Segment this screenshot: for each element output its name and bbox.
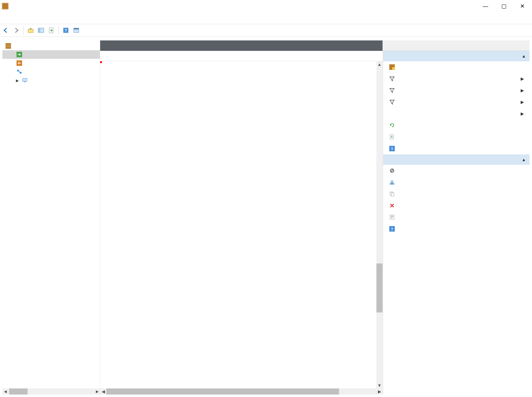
svg-rect-16 xyxy=(24,82,25,82)
action-cut[interactable] xyxy=(383,176,530,188)
scroll-right-icon[interactable]: ▶ xyxy=(376,388,383,395)
show-hide-tree-button[interactable] xyxy=(36,26,46,35)
action-filter-state[interactable]: ▶ xyxy=(383,85,530,96)
left-hscroll-thumb[interactable] xyxy=(9,388,28,395)
svg-text:?: ? xyxy=(391,227,393,231)
toolbar: ? xyxy=(0,24,532,37)
action-filter-profile[interactable]: ▶ xyxy=(383,73,530,85)
filter-icon xyxy=(389,87,395,94)
cut-icon xyxy=(389,179,395,186)
grid-header[interactable] xyxy=(100,51,383,61)
action-new-rule[interactable] xyxy=(383,61,530,73)
refresh-icon xyxy=(389,122,395,129)
help-button[interactable]: ? xyxy=(61,26,70,35)
svg-rect-7 xyxy=(74,28,79,30)
help-icon: ? xyxy=(389,145,395,152)
svg-rect-14 xyxy=(20,72,21,74)
firewall-icon xyxy=(5,43,12,49)
svg-text:?: ? xyxy=(65,28,67,33)
collapse-icon[interactable]: ▲ xyxy=(522,157,526,162)
action-help[interactable]: ? xyxy=(383,143,530,154)
svg-rect-9 xyxy=(6,45,11,45)
menu-action[interactable] xyxy=(13,17,23,19)
export-icon xyxy=(389,134,395,140)
actions-section-inbound[interactable]: ▲ xyxy=(383,51,530,61)
scope-tree[interactable]: ▸ xyxy=(2,40,100,388)
svg-rect-0 xyxy=(28,29,33,32)
action-copy[interactable] xyxy=(383,188,530,200)
actions-header xyxy=(383,40,530,51)
left-hscrollbar[interactable]: ◀ ▶ xyxy=(2,388,100,395)
svg-rect-2 xyxy=(38,28,40,33)
properties-icon xyxy=(389,214,395,221)
up-button[interactable] xyxy=(26,26,35,35)
new-rule-icon xyxy=(389,64,395,70)
svg-rect-27 xyxy=(390,215,394,219)
forward-button[interactable] xyxy=(12,26,21,35)
chevron-right-icon: ▶ xyxy=(521,88,524,93)
copy-icon xyxy=(389,191,395,197)
results-pane: ▲ ▼ ◀ ▶ xyxy=(100,40,383,395)
center-hscroll-thumb[interactable] xyxy=(106,388,339,395)
tree-inbound[interactable] xyxy=(2,50,100,59)
minimize-button[interactable]: — xyxy=(476,0,495,12)
action-delete[interactable] xyxy=(383,200,530,211)
scope-pane: ▸ ◀ ▶ xyxy=(2,40,100,395)
export-button[interactable] xyxy=(47,26,56,35)
svg-rect-15 xyxy=(23,78,27,81)
monitor-icon xyxy=(21,77,28,84)
close-button[interactable]: ✕ xyxy=(513,0,531,12)
chevron-right-icon: ▶ xyxy=(521,76,524,81)
tree-root[interactable] xyxy=(2,42,100,50)
filter-icon xyxy=(389,99,395,105)
maximize-button[interactable]: ▢ xyxy=(495,0,513,12)
action-refresh[interactable] xyxy=(383,119,530,131)
menu-help[interactable] xyxy=(32,17,42,19)
connsec-icon xyxy=(16,68,23,75)
actions-section-rule[interactable]: ▲ xyxy=(383,154,530,165)
scroll-down-icon[interactable]: ▼ xyxy=(376,382,383,388)
blank-icon xyxy=(389,110,395,117)
chevron-right-icon: ▶ xyxy=(521,111,524,116)
tree-outbound[interactable] xyxy=(2,59,100,67)
center-hscrollbar[interactable]: ◀ ▶ xyxy=(100,388,383,395)
action-disable-rule[interactable] xyxy=(383,165,530,176)
collapse-icon[interactable]: ▲ xyxy=(522,54,526,59)
svg-rect-13 xyxy=(17,70,19,71)
svg-rect-26 xyxy=(391,193,394,196)
results-header xyxy=(100,40,383,51)
action-help2[interactable]: ? xyxy=(383,223,530,235)
scroll-left-icon[interactable]: ◀ xyxy=(100,388,106,395)
inbound-icon xyxy=(16,51,23,58)
help-icon: ? xyxy=(389,225,395,232)
actions-pane: ▲ ▶ ▶ ▶ ▶ xyxy=(383,40,530,395)
outbound-icon xyxy=(16,60,23,66)
svg-text:?: ? xyxy=(391,147,393,151)
window-buttons: — ▢ ✕ xyxy=(476,0,531,12)
app-icon xyxy=(2,3,9,9)
action-view[interactable]: ▶ xyxy=(383,108,530,119)
menu-view[interactable] xyxy=(23,17,32,19)
menu-file[interactable] xyxy=(3,17,13,19)
tree-connsec[interactable] xyxy=(2,67,100,76)
center-vscrollbar[interactable]: ▲ ▼ xyxy=(376,61,383,388)
center-vscroll-thumb[interactable] xyxy=(376,263,383,312)
properties-button[interactable] xyxy=(72,26,81,35)
action-properties[interactable] xyxy=(383,211,530,223)
chevron-right-icon[interactable]: ▸ xyxy=(16,77,21,84)
delete-icon xyxy=(389,202,395,209)
tree-monitor[interactable]: ▸ xyxy=(2,76,100,85)
disable-icon xyxy=(389,167,395,174)
action-filter-group[interactable]: ▶ xyxy=(383,96,530,108)
svg-rect-10 xyxy=(6,47,11,47)
menu-bar xyxy=(0,12,532,24)
filter-icon xyxy=(389,75,395,82)
rules-grid[interactable]: ▲ ▼ ◀ ▶ xyxy=(100,51,383,395)
separator-icon xyxy=(23,26,24,35)
scroll-up-icon[interactable]: ▲ xyxy=(376,61,383,67)
back-button[interactable] xyxy=(1,26,10,35)
svg-rect-8 xyxy=(6,43,11,49)
action-export[interactable] xyxy=(383,131,530,143)
title-bar: — ▢ ✕ xyxy=(0,0,532,12)
chevron-right-icon: ▶ xyxy=(521,100,524,104)
